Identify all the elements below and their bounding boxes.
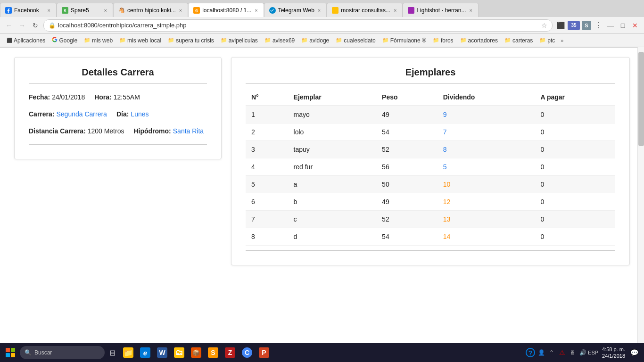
sync-button[interactable]: S — [582, 21, 591, 30]
bookmark-label-3: mis web local — [127, 37, 161, 44]
tab-close-tab-mostrar[interactable]: × — [393, 8, 397, 13]
table-row: 4red fur5650 — [246, 158, 615, 176]
bookmark-label-11: acortadores — [468, 37, 498, 44]
scrollbar-track[interactable] — [637, 48, 644, 343]
cell-dividendo-7: 14 — [438, 228, 535, 246]
svg-text:5: 5 — [64, 8, 66, 13]
tab-tab-spare5[interactable]: 5Spare5× — [57, 3, 113, 17]
tab-close-tab-localhost[interactable]: × — [254, 8, 258, 13]
bookmark-label-7: avidoge — [309, 37, 329, 44]
bookmark-item-0[interactable]: ⬛Aplicaciones — [4, 36, 48, 45]
table-col-4: A pagar — [535, 89, 615, 106]
maximize-button[interactable]: □ — [618, 20, 628, 31]
tab-close-tab-telegram[interactable]: × — [317, 8, 322, 13]
cell-dividendo-6: 13 — [438, 211, 535, 228]
cell-dividendo-4: 10 — [438, 176, 535, 193]
bookmark-label-5: avipeliculas — [229, 37, 258, 44]
distancia-label: Distancia Carrera: — [29, 127, 86, 135]
tab-close-tab-lightshot[interactable]: × — [468, 8, 473, 13]
bookmark-star-icon[interactable]: ☆ — [541, 22, 547, 29]
fecha-hora-row: Fecha: 24/01/2018 Hora: 12:55AM — [29, 93, 207, 101]
bookmark-item-8[interactable]: 📁cualeseldato — [333, 36, 378, 45]
bookmark-favicon-10: 📁 — [433, 37, 439, 43]
tab-tab-mostrar[interactable]: mostrar consultas...× — [327, 3, 403, 17]
cell-num-4: 5 — [246, 176, 288, 193]
detalles-title: Detalles Carrera — [29, 67, 207, 84]
table-row: 7c52130 — [246, 211, 615, 228]
cell-apagar-4: 0 — [535, 176, 615, 193]
bookmark-favicon-9: 📁 — [382, 37, 389, 43]
distancia-hipodromo-row: Distancia Carrera: 1200 Metros Hipódromo… — [29, 127, 207, 135]
browser-chrome: Facebook×5Spare5×🐴centro hipico koki...×… — [0, 0, 644, 48]
bookmark-item-3[interactable]: 📁mis web local — [116, 36, 164, 45]
profile-button[interactable]: 35 — [568, 21, 580, 30]
tab-tab-centrohipico[interactable]: 🐴centro hipico koki...× — [113, 3, 188, 17]
bookmark-label-13: ptc — [547, 37, 555, 44]
cell-peso-4: 50 — [376, 176, 438, 193]
bookmark-favicon-4: 📁 — [168, 37, 174, 43]
cell-dividendo-5: 12 — [438, 193, 535, 211]
cell-apagar-7: 0 — [535, 228, 615, 246]
tab-close-tab-centrohipico[interactable]: × — [178, 8, 183, 13]
bookmark-item-7[interactable]: 📁avidoge — [298, 36, 332, 45]
tab-favicon-tab-spare5: 5 — [62, 7, 68, 14]
address-text: localhost:8080/centrohipico/carrera_simp… — [58, 22, 541, 29]
bookmark-item-11[interactable]: 📁acortadores — [457, 36, 501, 45]
menu-button[interactable]: ⋮ — [593, 20, 603, 31]
close-button[interactable]: ✕ — [630, 20, 640, 31]
bookmark-favicon-5: 📁 — [221, 37, 227, 43]
bookmark-item-9[interactable]: 📁Fórmulaone ® — [380, 36, 429, 45]
bookmark-favicon-13: 📁 — [539, 37, 546, 43]
carrera-label: Carrera: — [29, 110, 54, 118]
tab-tab-localhost[interactable]: ⚙localhost:8080 / 1...× — [188, 3, 264, 17]
svg-text:⚙: ⚙ — [195, 8, 198, 13]
bookmark-favicon-12: 📁 — [504, 37, 511, 43]
cell-apagar-2: 0 — [535, 141, 615, 158]
bookmarks-overflow-chevron[interactable]: » — [559, 37, 565, 44]
cell-peso-2: 52 — [376, 141, 438, 158]
bookmark-item-2[interactable]: 📁mis web — [81, 36, 116, 45]
address-box[interactable]: 🔒 localhost:8080/centrohipico/carrera_si… — [43, 19, 553, 32]
distancia-value: 1200 Metros — [88, 127, 124, 135]
forward-button[interactable]: → — [17, 20, 27, 31]
address-bar-row: ← → ↻ 🔒 localhost:8080/centrohipico/carr… — [0, 17, 644, 34]
cell-ejemplar-1: lolo — [288, 123, 377, 141]
bookmark-favicon-8: 📁 — [336, 37, 342, 43]
dia-label: Día: — [116, 110, 129, 118]
fecha-value: 24/01/2018 — [52, 93, 85, 101]
cell-num-7: 8 — [246, 228, 288, 246]
tab-tab-facebook[interactable]: Facebook× — [0, 3, 57, 17]
bookmark-item-4[interactable]: 📁supera tu crisis — [165, 36, 217, 45]
panel-bottom-divider — [29, 144, 207, 145]
svg-rect-7 — [408, 7, 414, 14]
table-head: N°EjemplarPesoDividendoA pagar — [246, 89, 615, 106]
fecha-item: Fecha: 24/01/2018 — [29, 93, 85, 101]
bookmark-label-0: Aplicaciones — [14, 37, 45, 44]
bookmark-item-12[interactable]: 📁carteras — [502, 36, 536, 45]
tab-label-tab-spare5: Spare5 — [71, 7, 101, 14]
minimize-button[interactable]: ― — [605, 20, 616, 31]
dia-value: Lunes — [131, 110, 149, 118]
extensions-button[interactable]: ⬛ — [555, 20, 566, 31]
tab-label-tab-facebook: Facebook — [14, 7, 44, 14]
cell-apagar-3: 0 — [535, 158, 615, 176]
tab-close-tab-spare5[interactable]: × — [103, 8, 108, 13]
bookmark-item-5[interactable]: 📁avipeliculas — [218, 36, 261, 45]
scrollbar-thumb[interactable] — [638, 52, 644, 146]
tab-close-tab-facebook[interactable]: × — [47, 8, 51, 13]
tab-tab-telegram[interactable]: Telegram Web× — [264, 3, 327, 17]
bookmark-item-1[interactable]: Google — [49, 36, 80, 45]
tab-tab-lightshot[interactable]: Lightshot - herran...× — [403, 3, 479, 17]
cell-peso-0: 49 — [376, 106, 438, 123]
back-button[interactable]: ← — [4, 20, 14, 31]
bookmark-item-6[interactable]: 📁avisex69 — [262, 36, 297, 45]
bookmark-item-13[interactable]: 📁ptc — [537, 36, 558, 45]
table-row: 3tapuy5280 — [246, 141, 615, 158]
carrera-item: Carrera: Segunda Carrera — [29, 110, 107, 118]
reload-button[interactable]: ↻ — [30, 20, 41, 31]
fecha-label: Fecha: — [29, 93, 50, 101]
page-content: Detalles Carrera Fecha: 24/01/2018 Hora:… — [0, 48, 644, 344]
bookmark-item-10[interactable]: 📁foros — [430, 36, 456, 45]
hora-value: 12:55AM — [114, 93, 140, 101]
bookmarks-bar: ⬛AplicacionesGoogle📁mis web📁mis web loca… — [0, 34, 644, 47]
